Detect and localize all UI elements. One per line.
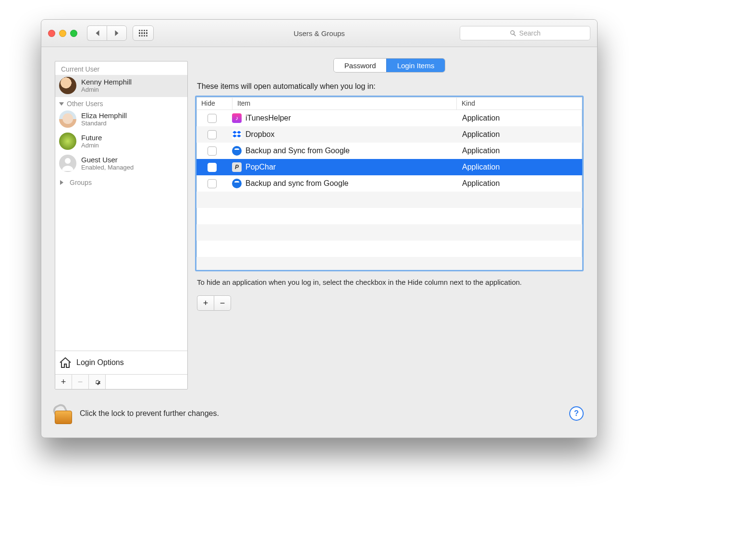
table-row[interactable]: PPopCharApplication xyxy=(196,159,582,175)
groups-header[interactable]: Groups xyxy=(55,175,187,187)
table-row[interactable]: Backup and sync from GoogleApplication xyxy=(196,175,582,192)
forward-button[interactable] xyxy=(107,25,127,41)
other-users-header[interactable]: Other Users xyxy=(55,97,187,109)
dropbox-icon xyxy=(232,130,242,139)
user-role: Admin xyxy=(81,86,132,93)
item-kind: Application xyxy=(462,163,500,171)
login-options-button[interactable]: Login Options xyxy=(55,351,187,374)
item-kind: Application xyxy=(462,146,500,155)
user-role: Enabled, Managed xyxy=(81,164,134,171)
login-options-label: Login Options xyxy=(76,358,124,367)
google-backup-icon xyxy=(232,179,242,188)
window-controls xyxy=(48,30,77,37)
table-row[interactable]: DropboxApplication xyxy=(196,126,582,143)
user-name: Kenny Hemphill xyxy=(81,78,132,86)
chevron-down-icon xyxy=(59,102,64,106)
login-items-table: Hide Item Kind ♪iTunesHelperApplicationD… xyxy=(195,96,584,271)
sidebar-footer: + − xyxy=(55,374,187,389)
item-kind: Application xyxy=(462,114,500,122)
remove-login-item-button[interactable]: − xyxy=(214,295,231,311)
column-item[interactable]: Item xyxy=(232,97,457,110)
other-users-label: Other Users xyxy=(67,100,103,108)
hide-checkbox[interactable] xyxy=(208,130,217,139)
users-sidebar: Current User Kenny Hemphill Admin Other … xyxy=(55,61,188,390)
item-name: Backup and Sync from Google xyxy=(245,146,350,155)
item-kind: Application xyxy=(462,179,500,187)
item-name: Backup and sync from Google xyxy=(245,179,348,188)
user-role: Standard xyxy=(81,120,127,127)
sidebar-user-current[interactable]: Kenny Hemphill Admin xyxy=(55,75,187,97)
show-all-button[interactable] xyxy=(133,25,154,41)
titlebar: Users & Groups Search xyxy=(41,20,597,47)
minimize-window-button[interactable] xyxy=(59,30,66,37)
login-items-panel: Password Login Items These items will op… xyxy=(195,58,584,390)
hide-hint-text: To hide an application when you log in, … xyxy=(197,277,582,288)
sidebar-user-2[interactable]: Guest User Enabled, Managed xyxy=(55,153,187,175)
sidebar-user-0[interactable]: Eliza Hemphill Standard xyxy=(55,109,187,131)
user-name: Eliza Hemphill xyxy=(81,111,127,120)
close-window-button[interactable] xyxy=(48,30,55,37)
table-row[interactable]: ♪iTunesHelperApplication xyxy=(196,110,582,126)
sidebar-user-1[interactable]: Future Admin xyxy=(55,131,187,153)
add-user-button[interactable]: + xyxy=(55,375,72,389)
user-name: Guest User xyxy=(81,156,134,164)
itunes-icon: ♪ xyxy=(232,113,242,123)
item-kind: Application xyxy=(462,130,500,138)
hide-checkbox[interactable] xyxy=(208,114,217,123)
user-actions-button[interactable] xyxy=(89,375,106,389)
groups-label: Groups xyxy=(70,179,92,186)
item-name: PopChar xyxy=(245,163,276,171)
popchar-icon: P xyxy=(232,162,242,172)
chevron-right-icon xyxy=(60,180,66,185)
zoom-window-button[interactable] xyxy=(70,30,77,37)
preferences-window: Users & Groups Search Current User Kenny… xyxy=(41,19,598,438)
user-name: Future xyxy=(81,134,102,142)
add-login-item-button[interactable]: + xyxy=(197,295,214,311)
item-name: iTunesHelper xyxy=(245,114,291,122)
search-input[interactable]: Search xyxy=(460,26,590,40)
lock-text: Click the lock to prevent further change… xyxy=(80,409,219,418)
remove-user-button[interactable]: − xyxy=(72,375,89,389)
panel-description: These items will open automatically when… xyxy=(197,82,582,91)
user-role: Admin xyxy=(81,142,102,149)
house-icon xyxy=(59,357,72,368)
avatar xyxy=(59,155,76,172)
lock-button[interactable] xyxy=(55,403,71,424)
item-name: Dropbox xyxy=(245,130,274,139)
add-remove-controls: + − xyxy=(197,295,584,311)
table-header: Hide Item Kind xyxy=(196,97,582,110)
tab-login-items[interactable]: Login Items xyxy=(386,58,446,73)
avatar xyxy=(59,77,76,94)
avatar xyxy=(59,133,76,150)
current-user-label: Current User xyxy=(55,61,187,75)
column-hide[interactable]: Hide xyxy=(196,97,232,110)
back-button[interactable] xyxy=(87,25,107,41)
tab-password[interactable]: Password xyxy=(334,59,387,72)
search-placeholder: Search xyxy=(519,29,540,37)
gear-icon xyxy=(93,378,101,386)
avatar xyxy=(59,110,76,128)
hide-checkbox[interactable] xyxy=(208,146,217,156)
svg-point-0 xyxy=(65,158,71,164)
tab-bar: Password Login Items xyxy=(333,58,445,73)
column-kind[interactable]: Kind xyxy=(457,97,582,110)
nav-back-forward xyxy=(87,25,127,41)
google-backup-icon xyxy=(232,146,242,156)
hide-checkbox[interactable] xyxy=(208,163,217,172)
lock-row: Click the lock to prevent further change… xyxy=(55,399,584,428)
table-row[interactable]: Backup and Sync from GoogleApplication xyxy=(196,143,582,159)
hide-checkbox[interactable] xyxy=(208,179,217,188)
help-button[interactable]: ? xyxy=(569,406,584,421)
